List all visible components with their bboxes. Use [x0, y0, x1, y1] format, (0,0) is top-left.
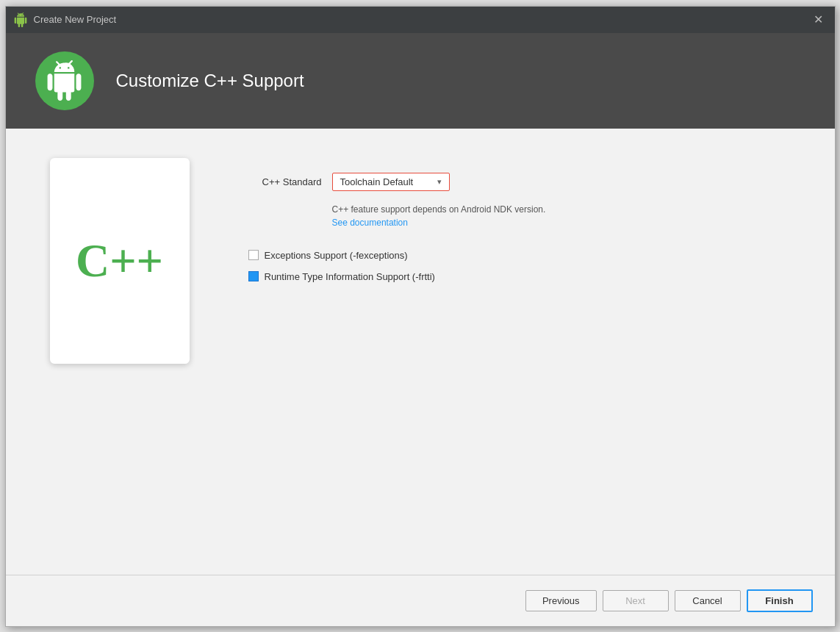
dropdown-arrow-icon: ▾: [437, 177, 442, 187]
exceptions-checkbox[interactable]: [248, 250, 259, 260]
next-button[interactable]: Next: [603, 590, 669, 611]
cpp-symbol: C++: [76, 234, 163, 288]
title-bar: Create New Project ✕: [6, 7, 835, 33]
cpp-standard-label: C++ Standard: [248, 176, 322, 187]
android-title-icon: [13, 12, 28, 27]
info-text: C++ feature support depends on Android N…: [332, 204, 791, 215]
rtti-checkbox[interactable]: [248, 271, 259, 281]
rtti-row: Runtime Type Information Support (-frtti…: [248, 271, 791, 282]
see-documentation-link[interactable]: See documentation: [332, 218, 791, 228]
finish-button[interactable]: Finish: [747, 589, 813, 612]
cpp-card: C++: [50, 158, 190, 364]
dialog-title: Create New Project: [34, 14, 810, 25]
header-area: Customize C++ Support: [6, 33, 835, 129]
cpp-standard-row: C++ Standard Toolchain Default ▾: [248, 173, 791, 191]
page-title: Customize C++ Support: [116, 71, 304, 91]
right-panel: C++ Standard Toolchain Default ▾ C++ fea…: [248, 151, 791, 292]
cancel-button[interactable]: Cancel: [675, 590, 741, 611]
android-svg-icon: [44, 60, 85, 101]
exceptions-row: Exceptions Support (-fexceptions): [248, 250, 791, 261]
close-button[interactable]: ✕: [810, 11, 828, 29]
android-logo: [35, 51, 94, 110]
rtti-label: Runtime Type Information Support (-frtti…: [265, 271, 435, 282]
exceptions-checkbox-wrap[interactable]: Exceptions Support (-fexceptions): [248, 250, 408, 261]
rtti-checkbox-wrap[interactable]: Runtime Type Information Support (-frtti…: [248, 271, 435, 282]
footer: Previous Next Cancel Finish: [6, 575, 835, 626]
cpp-standard-value: Toolchain Default: [340, 176, 414, 187]
exceptions-label: Exceptions Support (-fexceptions): [265, 250, 408, 261]
dialog-window: Create New Project ✕ Customize C++ Suppo…: [5, 6, 836, 627]
content-area: C++ C++ Standard Toolchain Default ▾ C++…: [6, 129, 835, 575]
previous-button[interactable]: Previous: [525, 590, 597, 611]
cpp-standard-dropdown[interactable]: Toolchain Default ▾: [332, 173, 450, 191]
